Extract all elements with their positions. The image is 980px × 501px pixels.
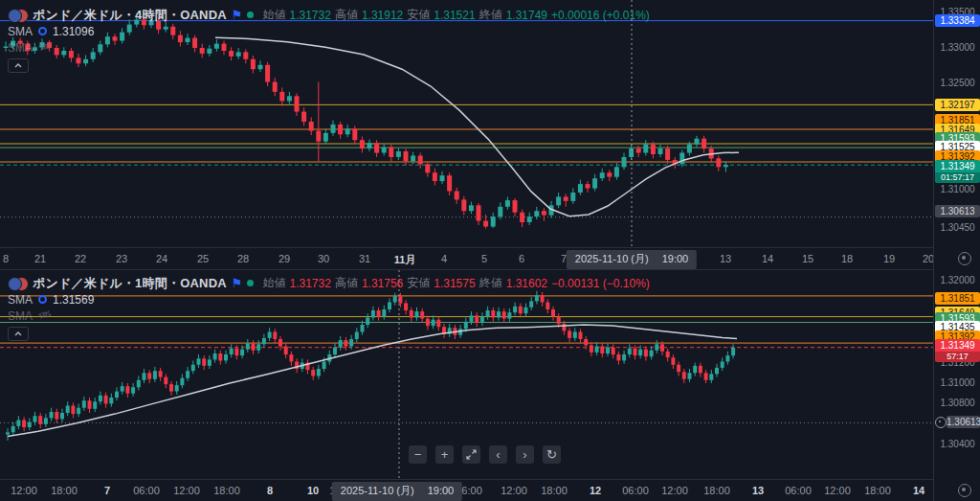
market-status-icon bbox=[247, 280, 254, 286]
time-tick-label: 12:00 bbox=[501, 485, 527, 496]
zoom-in-button[interactable]: + bbox=[435, 445, 454, 464]
time-tick-label: 31 bbox=[359, 253, 370, 264]
scroll-right-button[interactable]: › bbox=[516, 445, 534, 464]
time-tick-label: 11月 bbox=[394, 253, 416, 267]
time-tick-label: 12:00 bbox=[661, 485, 688, 496]
time-tick-label: 18:00 bbox=[213, 485, 240, 496]
indicator-row-sma[interactable]: SMA 1.31569 bbox=[8, 291, 650, 307]
price-tick-label: 1.32500 bbox=[934, 78, 980, 89]
high-value: 1.31756 bbox=[362, 277, 403, 290]
crosshair-date-label: 2025-11-10 (月)19:00 bbox=[332, 482, 462, 501]
market-status-icon bbox=[247, 11, 254, 18]
time-tick-label: 10 bbox=[307, 485, 319, 496]
high-label: 高値 bbox=[335, 7, 358, 23]
scale-to-fit-button[interactable] bbox=[462, 445, 480, 464]
time-tick-label: 24 bbox=[156, 253, 167, 264]
time-tick-label: 18:00 bbox=[703, 485, 730, 496]
indicator-row-sma-hidden[interactable]: SMA bbox=[8, 39, 650, 56]
time-axis-4h[interactable]: 821222324252829303111月456712131415181920… bbox=[0, 247, 933, 269]
time-tick-label: 13 bbox=[752, 485, 764, 496]
price-scale[interactable]: 1.335001.330001.325001.310001.307001.304… bbox=[933, 0, 980, 501]
indicator-row-sma-hidden[interactable]: SMA bbox=[8, 307, 650, 324]
low-value: 1.31521 bbox=[434, 9, 475, 22]
chart-nav-toolbar: − + ‹ › ↻ bbox=[409, 445, 561, 464]
ohlc-values: 始値1.31732 高値1.31912 安値1.31521 終値1.31749 … bbox=[262, 7, 649, 23]
time-tick-label: 8 bbox=[3, 253, 9, 264]
axis-settings-icon-4h[interactable] bbox=[958, 252, 971, 265]
legend-collapse-button[interactable] bbox=[8, 58, 29, 73]
flag-bookmark-icon[interactable]: ⚑ bbox=[232, 9, 243, 21]
panel-divider[interactable] bbox=[0, 269, 980, 270]
crosshair-date-label: 2025-11-10 (月)19:00 bbox=[567, 250, 697, 269]
price-tick-label: 1.30800 bbox=[934, 398, 980, 409]
time-tick-label: 23 bbox=[116, 253, 127, 264]
price-level-label: 1.30613 bbox=[947, 416, 980, 428]
chart-panel-4h: 821222324252829303111月456712131415181920… bbox=[0, 0, 933, 269]
time-tick-label: 4 bbox=[441, 253, 447, 264]
time-tick-label: 6 bbox=[519, 253, 524, 264]
reset-chart-button[interactable]: ↻ bbox=[543, 445, 561, 464]
eye-off-icon[interactable] bbox=[38, 309, 52, 323]
price-tick-label: 1.30400 bbox=[934, 439, 980, 450]
chart-panel-1h: 12:0018:00706:0012:0018:0081012:0006:001… bbox=[0, 270, 933, 501]
time-tick-label: 22 bbox=[75, 253, 86, 264]
high-value: 1.31912 bbox=[362, 9, 403, 22]
price-tick-label: 1.31000 bbox=[934, 377, 980, 389]
close-label: 終値 bbox=[479, 275, 502, 291]
time-tick-label: 18:00 bbox=[51, 485, 78, 496]
currency-pair-icon bbox=[8, 277, 28, 290]
price-level-label: 1.32197 bbox=[935, 99, 980, 111]
symbol-legend-1h: ポンド／米ドル・1時間・OANDA ⚑ 始値1.31732 高値1.31756 … bbox=[8, 275, 650, 341]
eye-off-icon[interactable] bbox=[38, 41, 52, 55]
time-tick-label: 25 bbox=[197, 253, 209, 264]
price-tick-label: 1.32000 bbox=[934, 275, 980, 286]
time-tick-label: 29 bbox=[278, 253, 290, 264]
flag-bookmark-icon[interactable]: ⚑ bbox=[232, 277, 243, 289]
time-tick-label: 12 bbox=[590, 485, 601, 496]
price-tick-label: 1.31000 bbox=[934, 184, 980, 195]
symbol-title[interactable]: ポンド／米ドル・4時間・OANDA bbox=[33, 7, 227, 24]
sma-label: SMA bbox=[8, 25, 33, 38]
open-label: 始値 bbox=[262, 275, 285, 291]
time-tick-label: 5 bbox=[481, 253, 487, 264]
sma-label: SMA bbox=[8, 293, 33, 307]
change-value: −0.00131 (−0.10%) bbox=[551, 277, 650, 290]
time-axis-1h[interactable]: 12:0018:00706:0012:0018:0081012:0006:001… bbox=[0, 479, 933, 501]
axis-settings-icon-1h[interactable] bbox=[958, 484, 971, 497]
open-value: 1.31732 bbox=[289, 277, 330, 290]
sma-color-icon bbox=[38, 295, 47, 304]
price-tick-label: 1.33000 bbox=[934, 42, 980, 54]
low-value: 1.31575 bbox=[434, 277, 475, 290]
time-tick-label: 12:00 bbox=[173, 485, 200, 496]
trading-chart-workspace: 821222324252829303111月456712131415181920… bbox=[0, 0, 980, 501]
sma-value: 1.31096 bbox=[53, 25, 94, 38]
sma2-label: SMA bbox=[8, 41, 33, 55]
time-tick-label: 8 bbox=[267, 485, 273, 496]
sma2-label: SMA bbox=[8, 309, 33, 323]
last-price-label: 1.3134901:57:17 bbox=[935, 160, 980, 183]
close-value: 1.31602 bbox=[506, 277, 547, 290]
low-label: 安値 bbox=[407, 7, 430, 23]
sma-line bbox=[8, 325, 737, 437]
price-level-icon[interactable] bbox=[935, 417, 947, 428]
price-level-label: 1.30613 bbox=[935, 205, 980, 217]
zoom-out-button[interactable]: − bbox=[409, 445, 427, 464]
sma-value: 1.31569 bbox=[53, 293, 94, 307]
time-tick-label: 12:00 bbox=[824, 485, 851, 496]
time-tick-label: 13 bbox=[720, 253, 731, 264]
high-label: 高値 bbox=[335, 275, 358, 291]
legend-collapse-button[interactable] bbox=[8, 327, 29, 341]
indicator-row-sma[interactable]: SMA 1.31096 bbox=[8, 23, 650, 39]
price-level-label: 1.33384 bbox=[935, 14, 980, 27]
time-tick-label: 06:00 bbox=[785, 485, 812, 496]
price-tick-label: 1.30450 bbox=[934, 222, 980, 234]
scroll-left-button[interactable]: ‹ bbox=[489, 445, 507, 464]
last-price-label: 1.3134957:17 bbox=[935, 339, 980, 362]
open-label: 始値 bbox=[262, 7, 285, 23]
time-tick-label: 30 bbox=[318, 253, 329, 264]
open-value: 1.31732 bbox=[289, 9, 330, 22]
time-tick-label: 18:00 bbox=[864, 485, 891, 496]
symbol-title[interactable]: ポンド／米ドル・1時間・OANDA bbox=[33, 275, 227, 292]
time-tick-label: 06:00 bbox=[622, 485, 649, 496]
time-tick-label: 12:00 bbox=[11, 485, 37, 496]
